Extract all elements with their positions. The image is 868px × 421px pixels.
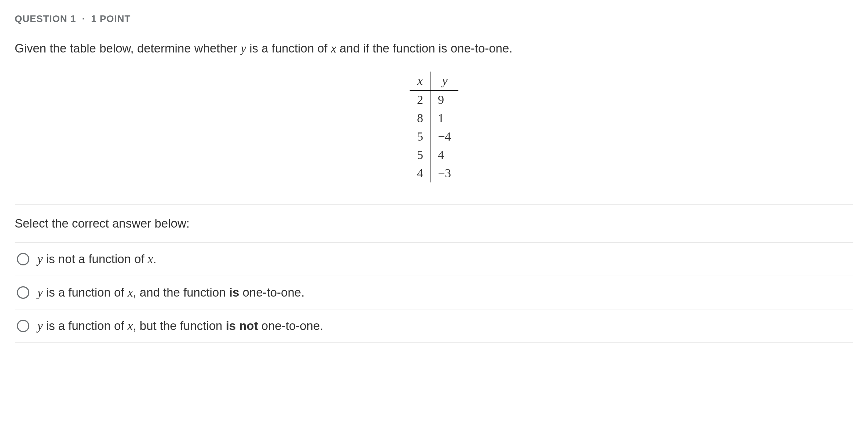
radio-icon[interactable] — [17, 320, 29, 332]
table-row: 81 — [410, 109, 458, 127]
answer-text-part: x — [128, 286, 133, 299]
answer-option[interactable]: y is a function of x, and the function i… — [15, 276, 853, 309]
answer-text-part: is a function of — [43, 319, 128, 333]
answer-label: y is a function of x, but the function i… — [37, 319, 323, 333]
xy-table: x y 29815−4544−3 — [410, 72, 458, 182]
col-x-header: x — [410, 72, 431, 90]
answer-text-part: one-to-one. — [258, 319, 323, 333]
options-list: y is not a function of x.y is a function… — [15, 242, 853, 343]
answer-text-part: y — [37, 253, 43, 266]
question-label: QUESTION — [15, 13, 67, 24]
cell-y: 4 — [431, 146, 458, 164]
cell-y: −3 — [431, 164, 458, 182]
cell-y: 9 — [431, 90, 458, 109]
cell-x: 8 — [410, 109, 431, 127]
answer-text-part: x — [128, 319, 133, 333]
cell-x: 2 — [410, 90, 431, 109]
prompt-text: Given the table below, determine whether — [15, 41, 241, 55]
data-table-wrap: x y 29815−4544−3 — [15, 72, 853, 182]
answer-text-part: y — [37, 286, 43, 299]
answer-text-part: , but the function — [133, 319, 226, 333]
question-page: QUESTION 1 · 1 POINT Given the table bel… — [0, 0, 868, 343]
col-y-header: y — [431, 72, 458, 90]
prompt-text: is a function of — [246, 41, 331, 55]
answer-text-part: is not a function of — [43, 252, 148, 266]
answer-text-part: , and the function — [133, 286, 229, 299]
answer-text-part: . — [153, 252, 156, 266]
cell-y: 1 — [431, 109, 458, 127]
answer-text-part: is not — [226, 319, 258, 333]
var-y: y — [241, 42, 246, 55]
cell-x: 5 — [410, 127, 431, 146]
answer-text-part: one-to-one. — [239, 286, 304, 299]
question-points: 1 POINT — [91, 13, 131, 24]
var-x: x — [331, 42, 336, 55]
table-row: 5−4 — [410, 127, 458, 146]
cell-x: 5 — [410, 146, 431, 164]
answer-option[interactable]: y is a function of x, but the function i… — [15, 309, 853, 343]
table-header-row: x y — [410, 72, 458, 90]
answer-text-part: is a function of — [43, 286, 128, 299]
cell-y: −4 — [431, 127, 458, 146]
table-row: 4−3 — [410, 164, 458, 182]
cell-x: 4 — [410, 164, 431, 182]
separator-dot: · — [82, 13, 85, 24]
answer-option[interactable]: y is not a function of x. — [15, 243, 853, 276]
answer-text-part: x — [148, 253, 153, 266]
table-row: 29 — [410, 90, 458, 109]
question-header: QUESTION 1 · 1 POINT — [15, 13, 853, 25]
answer-text-part: y — [37, 319, 43, 333]
prompt-text: and if the function is one-to-one. — [336, 41, 513, 55]
question-prompt: Given the table below, determine whether… — [15, 40, 853, 57]
answer-label: y is a function of x, and the function i… — [37, 286, 304, 300]
question-number: 1 — [70, 13, 76, 24]
select-prompt: Select the correct answer below: — [15, 204, 853, 242]
radio-icon[interactable] — [17, 286, 29, 299]
table-row: 54 — [410, 146, 458, 164]
radio-icon[interactable] — [17, 253, 29, 265]
answer-text-part: is — [229, 286, 239, 299]
answer-label: y is not a function of x. — [37, 252, 157, 266]
